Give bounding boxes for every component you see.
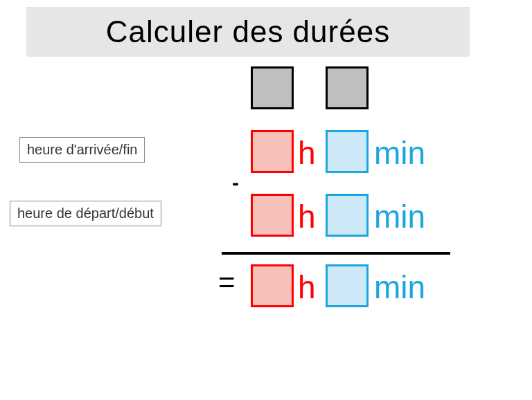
- svg-marker-3: [229, 206, 248, 219]
- minus-operator: -: [232, 171, 239, 194]
- departure-minutes-box: [326, 194, 369, 237]
- result-hours-box: [251, 264, 294, 307]
- arrival-minutes-box: [326, 130, 369, 173]
- svg-marker-1: [229, 142, 248, 156]
- arrival-label: heure d'arrivée/fin: [19, 137, 145, 163]
- arrival-hours-unit: h: [298, 134, 316, 172]
- carry-box-minutes: [326, 66, 369, 109]
- separator-line: [222, 252, 450, 255]
- result-minutes-box: [326, 264, 369, 307]
- arrival-hours-box: [251, 130, 294, 173]
- departure-hours-box: [251, 194, 294, 237]
- page-title: Calculer des durées: [26, 7, 470, 57]
- result-minutes-unit: min: [374, 269, 425, 306]
- departure-label: heure de départ/début: [10, 201, 161, 226]
- arrival-minutes-unit: min: [374, 134, 425, 172]
- arrow-icon: [151, 138, 248, 159]
- carry-box-hours: [251, 66, 294, 109]
- result-hours-unit: h: [298, 269, 316, 306]
- equals-operator: =: [218, 266, 236, 299]
- departure-hours-unit: h: [298, 198, 316, 235]
- diagram-canvas: h min - h min = h min heure d'arrivée/fi…: [0, 57, 532, 400]
- arrow-icon: [166, 202, 248, 223]
- departure-minutes-unit: min: [374, 198, 425, 235]
